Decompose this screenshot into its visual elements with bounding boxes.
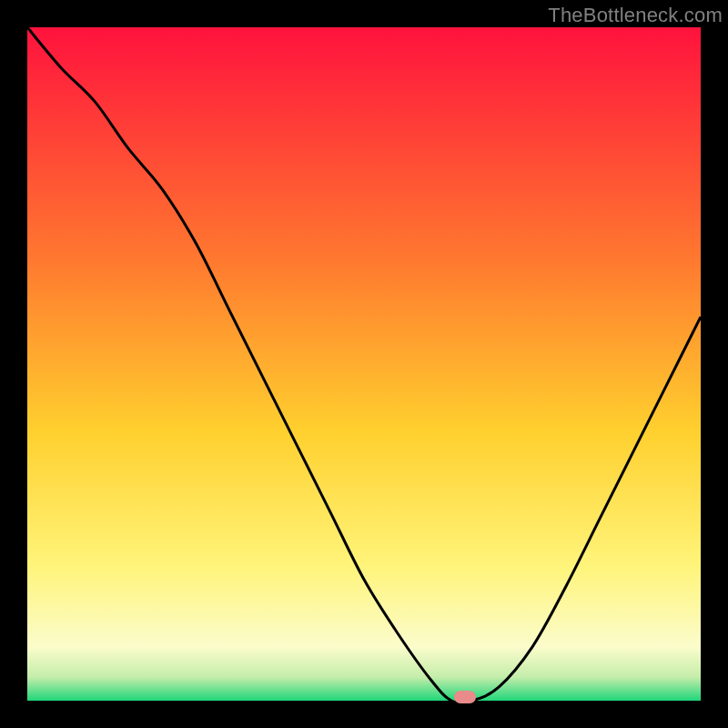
chart-frame: TheBottleneck.com <box>0 0 728 728</box>
attribution-text: TheBottleneck.com <box>548 4 723 27</box>
chart-svg <box>27 27 701 701</box>
chart-background <box>27 27 701 701</box>
chart-plot <box>27 27 701 701</box>
chart-marker <box>454 691 476 703</box>
